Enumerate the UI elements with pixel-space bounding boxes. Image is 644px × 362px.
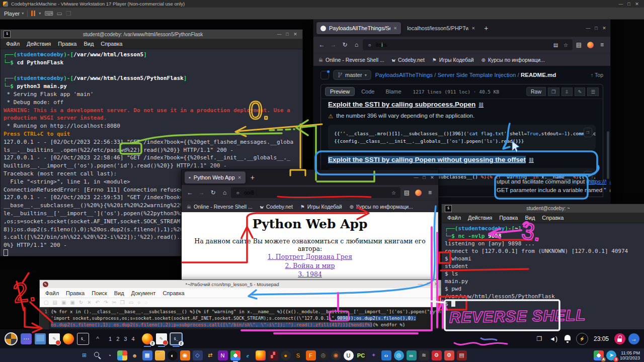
menu-item[interactable]: Действия (464, 215, 496, 221)
vmware-app-icon[interactable]: ◇ (193, 350, 203, 360)
terminal-window-netcat[interactable]: $ student@codeby: ~ ФайлДействияПравкаВи… (441, 204, 644, 333)
new-tab-button[interactable]: + (247, 173, 259, 182)
firefox-window-button[interactable]: 2 (142, 333, 153, 344)
logout-arrow-icon[interactable]: → (628, 333, 639, 344)
terminal2-output[interactable]: ┌──(student⊛codeby)-[~]└─$ nc -nvlp 9898… (442, 223, 644, 309)
reader-view-icon[interactable]: ▤ (552, 42, 559, 48)
tab-preview[interactable]: Preview (325, 87, 355, 96)
menu-item[interactable]: Справка (538, 215, 567, 221)
close-icon[interactable]: ✕ (428, 175, 436, 180)
visual-studio-icon[interactable]: ✦ (369, 350, 379, 360)
download-icon[interactable]: ⇩ (561, 87, 573, 96)
terminal2-titlebar[interactable]: $ student@codeby: ~ (442, 204, 644, 213)
onenote-icon[interactable]: N (218, 350, 228, 360)
workspace-switcher[interactable]: 1 2 3 4 (109, 336, 136, 342)
send-ctrl-alt-del-icon[interactable]: ⌨ (44, 10, 53, 17)
file-explorer-icon[interactable] (155, 350, 165, 360)
bookmark-item[interactable]: ⊕Курсы по информаци... (350, 204, 413, 210)
tray-chrome-icon[interactable]: A (594, 350, 604, 360)
terminal1-titlebar[interactable]: $ student@codeby: /var/www/html/lesson5/… (1, 30, 302, 39)
taskbar-app-orange-shell[interactable]: ◉ (180, 350, 190, 360)
find-icon[interactable]: ○ (137, 300, 140, 305)
shield-icon[interactable]: ○ (234, 190, 242, 196)
app-menu-icon[interactable]: ≡ (597, 41, 607, 48)
new-tab-button[interactable]: + (480, 24, 492, 32)
mousepad-window-button[interactable]: ✎ (156, 333, 167, 344)
copy-raw-icon[interactable]: ❐ (548, 87, 559, 96)
forward-icon[interactable]: → (328, 41, 339, 48)
bookmark-item[interactable]: ⚑Игры Кодебай (432, 57, 474, 63)
screen-lock-icon[interactable] (614, 333, 625, 344)
save-icon[interactable]: ▣ (61, 300, 66, 305)
tab-python-web-app[interactable]: • Python Web App ✕ (185, 171, 246, 184)
taskbar-app-dark-circle[interactable]: ◎ (318, 350, 329, 360)
kali-menu-icon[interactable] (5, 332, 18, 345)
bookmark-item[interactable]: wCodeby.net (392, 57, 425, 63)
terminal-launcher-icon[interactable]: $_ (77, 333, 89, 345)
menu-item[interactable]: Правка (496, 215, 521, 221)
calendar-app-icon[interactable]: ▦ (142, 350, 152, 360)
edge-icon[interactable]: e (243, 350, 253, 360)
back-icon[interactable]: ← (185, 189, 195, 196)
menu-item[interactable]: Вид (111, 290, 128, 296)
menu-item[interactable]: Файл (444, 215, 464, 221)
mousepad-editor[interactable]: 1 {% for x in ().__class__.__base__.__su… (40, 307, 443, 332)
bookmark-item[interactable]: wCodeby.net (260, 204, 293, 210)
unreal-engine-icon[interactable]: U (344, 350, 354, 360)
outline-icon[interactable]: ☰ (587, 87, 599, 96)
forward-icon[interactable]: → (196, 189, 207, 196)
taskbar-app-f-book[interactable]: F (306, 350, 316, 360)
taskbar-app-tiles[interactable] (117, 350, 127, 360)
anchor-link-icon[interactable]: ⛓ (478, 102, 484, 108)
maximize-icon[interactable]: □ (420, 175, 428, 180)
mousepad-titlebar[interactable]: ✎ *~/Рабочий стол/tmp_lesson_5 - Mousepa… (40, 280, 443, 288)
save-as-icon[interactable]: ▣ (70, 300, 74, 305)
taskbar-app-person[interactable]: ☻ (130, 350, 140, 360)
minimize-icon[interactable]: — (584, 26, 592, 31)
shield-icon[interactable]: ○ (366, 42, 373, 48)
payload-code[interactable]: {% for x in ().__class__.__base__.__subc… (49, 307, 443, 332)
close-icon[interactable]: ✕ (633, 2, 641, 7)
vscode-icon[interactable]: ‹› (381, 350, 391, 360)
new-file-icon[interactable]: ▢ (44, 300, 48, 305)
menu-item[interactable]: Вид (80, 41, 97, 47)
taskbar-app-gauge[interactable]: ◔ (105, 350, 115, 360)
paste-icon[interactable]: ▭ (129, 300, 133, 305)
tray-telegram-icon[interactable]: ➤3 (606, 350, 616, 360)
file-manager-icon[interactable] (35, 333, 46, 344)
file-tree-icon[interactable] (320, 71, 329, 79)
menu-item[interactable]: Действия (23, 41, 54, 47)
taskbar-app-bw-circle[interactable]: ◐ (168, 350, 178, 360)
reload-file-icon[interactable]: ↻ (79, 300, 83, 305)
menu-item[interactable]: Вид (521, 215, 538, 221)
firefox-account-icon[interactable] (587, 42, 594, 48)
book-links[interactable]: 1. Портрет Дориана Грея2. Война и мир3. … (182, 252, 438, 279)
windows-clock[interactable]: 11:05 PM 10/2/2023 (620, 350, 640, 360)
mousepad-launcher-icon[interactable]: ✎ (49, 333, 60, 344)
maximize-icon[interactable]: □ (592, 26, 600, 31)
breadcrumb[interactable]: PayloadsAllTheThings / Server Side Templ… (375, 72, 556, 78)
pycharm-icon[interactable]: PC (356, 350, 366, 360)
close-tab-icon[interactable]: ✕ (471, 26, 475, 31)
show-windows-icon[interactable]: ❐ (534, 333, 545, 344)
search-icon[interactable] (92, 350, 102, 360)
menu-item[interactable]: Файл (3, 41, 23, 47)
menu-item[interactable]: Правка (62, 290, 88, 296)
taskbar-app-s[interactable]: S (293, 350, 303, 360)
tab-payloadsallthethings[interactable]: PayloadsAllTheThings/Se ✕ (316, 22, 401, 34)
close-tab-icon[interactable]: ✕ (238, 175, 242, 180)
home-icon[interactable]: ⌂ (219, 189, 230, 196)
power-manager-icon[interactable]: ⚡ (576, 333, 588, 345)
home-icon[interactable]: ⌂ (351, 41, 362, 48)
back-to-top-link[interactable]: ↑ Top (591, 72, 603, 78)
taskbar-app-gpu[interactable]: ▤ (457, 350, 467, 360)
maximize-icon[interactable]: □ (625, 2, 633, 7)
player-menu-button[interactable]: Player ▾ (4, 11, 24, 17)
copy-code-icon[interactable]: ❐ (584, 128, 592, 137)
raw-button[interactable]: Raw (526, 87, 546, 96)
menu-item[interactable]: Справка (159, 290, 188, 296)
branch-selector[interactable]: master ▾ (333, 70, 371, 80)
minimize-icon[interactable]: — (617, 2, 625, 7)
close-icon[interactable]: ✕ (432, 282, 440, 287)
maximize-icon[interactable]: □ (283, 32, 291, 37)
